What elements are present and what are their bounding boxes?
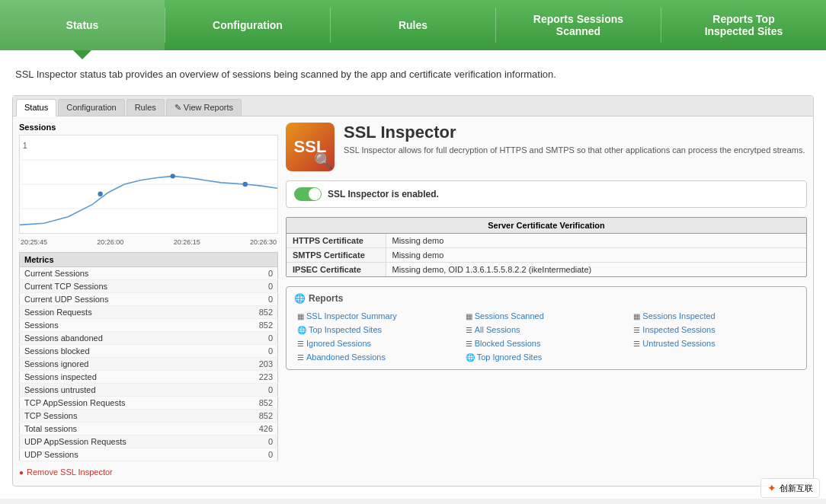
- page-description: SSL Inspector status tab provides an ove…: [12, 62, 814, 86]
- tab-configuration[interactable]: Configuration: [58, 99, 124, 116]
- nav-reports-sessions[interactable]: Reports SessionsScanned: [496, 0, 661, 50]
- svg-point-5: [243, 182, 248, 187]
- nav-reports-top-label: Reports TopInspected Sites: [705, 13, 783, 37]
- report-label: Top Inspected Sites: [309, 325, 382, 334]
- panel-body: Sessions 1: [13, 116, 813, 486]
- reports-icon: 🌐: [294, 293, 306, 304]
- metric-label: Sessions blocked: [20, 345, 232, 358]
- metric-value: 852: [232, 319, 278, 332]
- report-label: Top Ignored Sites: [477, 352, 543, 362]
- report-link[interactable]: 🌐Top Inspected Sites: [294, 324, 463, 336]
- cert-verification-panel: Server Certificate Verification HTTPS Ce…: [286, 217, 807, 277]
- report-label: Blocked Sessions: [475, 339, 541, 348]
- reports-title-label: Reports: [309, 293, 343, 304]
- top-navigation: Status Configuration Rules Reports Sessi…: [0, 0, 826, 50]
- svg-point-3: [98, 192, 102, 196]
- metric-value: 203: [232, 358, 278, 371]
- report-label: All Sessions: [475, 325, 520, 334]
- inner-tab-bar: Status Configuration Rules ✎ View Report…: [13, 96, 813, 116]
- chart-x-label-0: 20:25:45: [21, 238, 47, 246]
- metric-value: 426: [232, 423, 278, 435]
- metric-row: Current Sessions0: [20, 267, 278, 280]
- left-column: Sessions 1: [19, 123, 278, 480]
- chart-x-label-3: 20:26:30: [250, 238, 277, 246]
- metric-value: 0: [232, 435, 278, 448]
- ssl-enabled-label: SSL Inspector is enabled.: [328, 189, 439, 199]
- watermark-icon: ✦: [767, 482, 776, 494]
- report-icon: ▦: [297, 312, 304, 321]
- nav-rules[interactable]: Rules: [331, 0, 495, 50]
- metric-label: Total sessions: [20, 423, 232, 435]
- metric-row: UDP AppSession Requests0: [20, 435, 278, 448]
- metric-label: UDP Sessions: [20, 448, 232, 461]
- report-link[interactable]: ▦Sessions Inspected: [630, 310, 799, 322]
- nav-configuration[interactable]: Configuration: [165, 0, 330, 50]
- metric-row: TCP Sessions852: [20, 410, 278, 423]
- cert-row-label: IPSEC Certificate: [287, 263, 386, 277]
- remove-ssl-button[interactable]: Remove SSL Inspector: [19, 467, 278, 477]
- report-label: Abandoned Sessions: [306, 352, 386, 362]
- report-label: SSL Inspector Summary: [306, 311, 397, 321]
- cert-row-value: Missing demo: [386, 234, 806, 248]
- metric-label: Sessions inspected: [20, 371, 232, 384]
- nav-status[interactable]: Status: [0, 0, 165, 50]
- ssl-app-icon: SSL 🔍: [286, 123, 335, 171]
- metric-value: 0: [232, 267, 278, 280]
- ssl-toggle-bar: SSL Inspector is enabled.: [286, 180, 807, 208]
- chart-x-labels: 20:25:45 20:26:00 20:26:15 20:26:30: [19, 238, 278, 246]
- metric-label: Current TCP Sessions: [20, 280, 232, 293]
- report-link[interactable]: ☰Ignored Sessions: [294, 337, 463, 349]
- metric-value: 0: [232, 384, 278, 397]
- svg-point-4: [171, 174, 175, 178]
- metrics-table: Current Sessions0Current TCP Sessions0Cu…: [19, 266, 278, 461]
- report-link[interactable]: ☰Abandoned Sessions: [294, 351, 463, 363]
- metric-label: Sessions: [20, 319, 232, 332]
- cert-row: SMTPS CertificateMissing demo: [287, 248, 806, 263]
- metric-value: 0: [232, 345, 278, 358]
- metric-label: Current UDP Sessions: [20, 293, 232, 306]
- content-area: SSL Inspector status tab provides an ove…: [0, 50, 826, 499]
- metric-value: 223: [232, 371, 278, 384]
- metric-row: TCP AppSession Requests852: [20, 397, 278, 410]
- report-link[interactable]: ☰Untrusted Sessions: [630, 337, 799, 349]
- nav-reports-sessions-label: Reports SessionsScanned: [533, 13, 623, 37]
- report-link[interactable]: ☰All Sessions: [463, 324, 631, 336]
- remove-section: Remove SSL Inspector: [19, 461, 278, 480]
- report-icon: ☰: [297, 353, 304, 362]
- report-link[interactable]: ▦Sessions Scanned: [463, 310, 631, 322]
- report-link[interactable]: ☰Blocked Sessions: [463, 337, 631, 349]
- toggle-knob: [309, 188, 321, 200]
- reports-section: 🌐 Reports ▦SSL Inspector Summary▦Session…: [286, 286, 807, 370]
- metric-label: UDP AppSession Requests: [20, 435, 232, 448]
- report-link[interactable]: ▦SSL Inspector Summary: [294, 310, 463, 322]
- cert-row-label: HTTPS Certificate: [287, 234, 386, 248]
- metric-value: 852: [232, 410, 278, 423]
- sessions-section-label: Sessions: [19, 123, 278, 132]
- sessions-chart: 1: [19, 135, 278, 234]
- ssl-title: SSL Inspector: [344, 123, 805, 142]
- metric-value: 852: [232, 306, 278, 319]
- metrics-title: Metrics: [19, 252, 278, 266]
- report-icon: ▦: [466, 312, 472, 321]
- tab-rules[interactable]: Rules: [126, 99, 165, 116]
- report-link[interactable]: ☰Inspected Sessions: [630, 324, 799, 336]
- report-icon: ☰: [466, 326, 472, 334]
- ssl-enable-toggle[interactable]: [294, 187, 322, 201]
- reports-section-title: 🌐 Reports: [294, 293, 799, 304]
- metric-label: TCP Sessions: [20, 410, 232, 423]
- tab-status[interactable]: Status: [16, 99, 56, 116]
- nav-reports-top[interactable]: Reports TopInspected Sites: [661, 0, 826, 50]
- report-icon: ☰: [633, 340, 640, 348]
- chart-x-label-2: 20:26:15: [174, 238, 200, 246]
- ssl-info: SSL Inspector SSL Inspector allows for f…: [344, 123, 805, 155]
- report-label: Ignored Sessions: [306, 339, 371, 348]
- report-icon: 🌐: [466, 353, 475, 362]
- tab-view-reports[interactable]: ✎ View Reports: [166, 99, 242, 116]
- chart-x-label-1: 20:26:00: [97, 238, 123, 246]
- metric-row: Sessions ignored203: [20, 358, 278, 371]
- cert-row-label: SMTPS Certificate: [287, 248, 386, 263]
- metric-label: Current Sessions: [20, 267, 232, 280]
- report-link[interactable]: 🌐Top Ignored Sites: [463, 351, 631, 363]
- watermark-text: 创新互联: [780, 483, 813, 494]
- chart-y-label: 1: [23, 142, 27, 150]
